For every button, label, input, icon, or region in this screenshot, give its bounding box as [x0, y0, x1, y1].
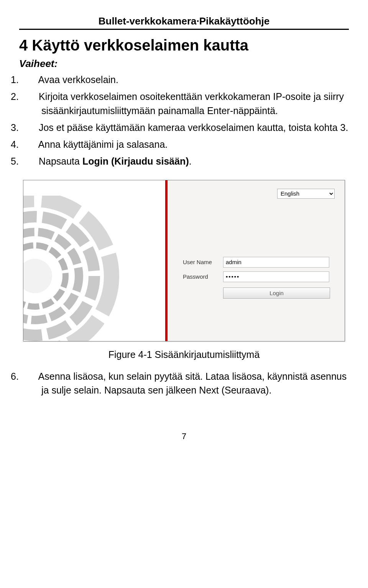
login-button[interactable]: Login	[223, 287, 330, 299]
step-5: 5. Napsauta Login (Kirjaudu sisään).	[19, 154, 349, 168]
section-title: 4 Käyttö verkkoselaimen kautta	[19, 37, 349, 54]
login-screenshot: English User Name Password Login	[23, 180, 345, 341]
step-text: Avaa verkkoselain.	[38, 74, 118, 85]
step-2: 2. Kirjoita verkkoselaimen osoitekenttää…	[19, 90, 349, 118]
language-select-wrap: English	[277, 189, 335, 199]
step-number: 5.	[26, 154, 36, 168]
login-form-panel: English User Name Password Login	[168, 180, 345, 341]
password-input[interactable]	[223, 271, 329, 282]
header-rule	[19, 29, 349, 30]
login-left-panel	[23, 180, 165, 341]
username-input[interactable]	[223, 257, 329, 268]
step-text: Kirjoita verkkoselaimen osoitekenttään v…	[39, 91, 344, 116]
step-number: 4.	[26, 137, 36, 151]
step-text: Anna käyttäjänimi ja salasana.	[38, 139, 168, 150]
page-number: 7	[19, 431, 349, 441]
step-list: 1. Avaa verkkoselain. 2. Kirjoita verkko…	[19, 73, 349, 168]
password-row: Password	[183, 271, 329, 282]
step-number: 3.	[26, 121, 36, 134]
step-3: 3. Jos et pääse käyttämään kameraa verkk…	[19, 121, 349, 134]
language-select[interactable]: English	[277, 189, 335, 199]
step-number: 2.	[26, 90, 36, 103]
login-form: User Name Password Login	[183, 257, 329, 299]
step-list-cont: 6. Asenna lisäosa, kun selain pyytää sit…	[19, 369, 349, 397]
doc-header: Bullet-verkkokamera·Pikakäyttöohje	[19, 15, 349, 27]
step-text: Jos et pääse käyttämään kameraa verkkose…	[39, 122, 348, 133]
password-label: Password	[183, 273, 223, 280]
step-4: 4. Anna käyttäjänimi ja salasana.	[19, 137, 349, 151]
step-text-bold: Login (Kirjaudu sisään)	[82, 156, 189, 167]
username-label: User Name	[183, 259, 223, 265]
steps-label: Vaiheet:	[19, 58, 349, 70]
arc-graphic	[23, 196, 165, 341]
step-text-suffix: .	[189, 156, 192, 167]
figure-caption: Figure 4-1 Sisäänkirjautumisliittymä	[19, 349, 349, 360]
step-number: 6.	[26, 369, 36, 383]
step-number: 1.	[26, 73, 36, 87]
step-1: 1. Avaa verkkoselain.	[19, 73, 349, 87]
step-6: 6. Asenna lisäosa, kun selain pyytää sit…	[19, 369, 349, 397]
step-text-prefix: Napsauta	[39, 156, 82, 167]
username-row: User Name	[183, 257, 329, 268]
login-button-wrap: Login	[223, 287, 329, 299]
step-text: Asenna lisäosa, kun selain pyytää sitä. …	[38, 371, 347, 395]
